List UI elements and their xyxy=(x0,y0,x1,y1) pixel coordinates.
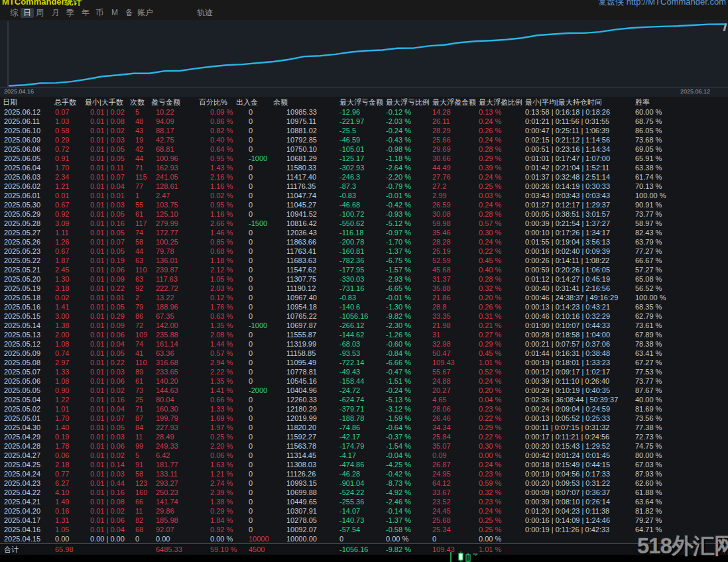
table-row[interactable]: 2025.05.121.080.01 | 0.0474161.141.44 %0… xyxy=(0,339,728,349)
table-row[interactable]: 2025.04.240.770.01 | 0.0358133.111.21 %0… xyxy=(0,469,728,478)
column-header[interactable]: 百分比% xyxy=(199,97,236,107)
site-link[interactable]: 复盘侠 http://MTCommander.com xyxy=(598,0,726,8)
table-row[interactable]: 2025.05.283.090.01 | 0.16117279.992.66 %… xyxy=(0,219,728,228)
cell: 0 xyxy=(236,135,273,144)
cell: 0.01 | 0.22 xyxy=(85,284,130,293)
table-row[interactable]: 2025.05.153.000.01 | 0.298667.350.63 %01… xyxy=(0,311,728,321)
table-row[interactable]: 2025.05.021.010.01 | 0.0471160.301.33 %0… xyxy=(0,404,728,414)
cell: 28.8 xyxy=(432,302,479,311)
cell: -9.82 % xyxy=(386,544,432,555)
cell: 2025.04.21 xyxy=(0,497,54,506)
cell xyxy=(525,544,635,555)
table-row[interactable]: 2025.05.261.260.01 | 0.0758100.250.85 %0… xyxy=(0,237,728,247)
menu-item-10[interactable]: 账户 xyxy=(137,8,153,18)
table-row[interactable]: 2025.04.150.000.00 | 0.0000.000.00 %1000… xyxy=(0,534,728,543)
menu-item-2[interactable]: 日 xyxy=(21,8,34,18)
cell: 0.01 | 0.44 xyxy=(85,478,130,488)
equity-chart[interactable]: 2025.04.16 2025.06.12 xyxy=(0,20,728,97)
column-header[interactable]: 最大浮亏比例 xyxy=(386,97,432,107)
cell: 86 xyxy=(130,311,151,321)
table-row[interactable]: 2025.04.236.270.01 | 0.44123293.272.74 %… xyxy=(0,478,728,488)
column-header[interactable]: 最大浮盈金额 xyxy=(432,97,479,107)
table-row[interactable]: 2025.04.171.310.01 | 0.0682185.981.84 %0… xyxy=(0,516,728,525)
table-row[interactable]: 2025.05.132.000.01 | 0.06109235.882.08 %… xyxy=(0,330,728,339)
column-header[interactable]: 次数 xyxy=(130,97,151,107)
column-header[interactable]: 最小|大手数 xyxy=(85,97,130,107)
table-row[interactable]: 2025.06.060.720.01 | 0.054268.810.64 %01… xyxy=(0,144,728,154)
column-header[interactable]: 最大浮盈比例 xyxy=(479,97,525,107)
menu-item-5[interactable]: 季 xyxy=(66,8,74,18)
table-row[interactable]: 2025.04.290.190.01 | 0.031128.490.25 %01… xyxy=(0,432,728,441)
cell: 0.01 | 0.05 xyxy=(85,228,130,237)
cell: 0:02:36 | 36:08:44 | 50:39:37 xyxy=(525,395,635,404)
table-row[interactable]: 2025.05.201.300.01 | 0.0963117.631.05 %0… xyxy=(0,274,728,284)
table-row[interactable]: 2025.05.071.330.01 | 0.0389233.652.22 %0… xyxy=(0,367,728,376)
table-row[interactable]: 2025.06.050.910.01 | 0.0544100.960.95 %-… xyxy=(0,154,728,163)
table-row[interactable]: 2025.05.271.110.01 | 0.0574172.771.46 %0… xyxy=(0,228,728,237)
column-header[interactable]: 盈亏金额 xyxy=(151,97,199,107)
table-row[interactable]: 2025.05.061.080.01 | 0.0661140.201.35 %0… xyxy=(0,376,728,386)
table-row[interactable]: 2025.06.120.070.01 | 0.02510.220.09 %010… xyxy=(0,107,728,117)
cell: 2.08 % xyxy=(199,330,236,339)
menu-item-4[interactable]: 月 xyxy=(52,8,60,18)
cell: 0.01 | 0.05 xyxy=(85,247,130,256)
table-row[interactable]: 2025.05.041.220.01 | 0.162580.040.66 %01… xyxy=(0,395,728,404)
table-row[interactable]: 2025.04.281.780.01 | 0.0699249.332.20 %0… xyxy=(0,441,728,451)
table-row[interactable]: 2025.05.090.740.01 | 0.054163.360.57 %01… xyxy=(0,349,728,358)
column-header[interactable]: 最小|平均|最大持仓时间 xyxy=(525,97,635,107)
table-row[interactable]: 2025.04.161.050.01 | 0.046892.070.92 %01… xyxy=(0,525,728,534)
table-row[interactable]: 2025.05.290.920.01 | 0.0561125.101.16 %0… xyxy=(0,209,728,219)
cell: 20.27 xyxy=(432,386,479,395)
cell: 81.69 % xyxy=(635,404,728,414)
cell: 0 xyxy=(236,274,273,284)
column-header[interactable]: 余额 xyxy=(273,97,339,107)
cell: 0 xyxy=(236,414,273,423)
cell: 0.01 | 0.05 xyxy=(85,349,130,358)
cell: 11095.49 xyxy=(273,358,339,367)
table-row[interactable]: 2025.05.050.900.01 | 0.0273144.631.41 %-… xyxy=(0,386,728,395)
menu-item-3[interactable]: 周 xyxy=(36,8,44,18)
table-row[interactable]: 2025.05.221.870.01 | 0.1963136.011.18 %0… xyxy=(0,256,728,265)
cell: 11592.27 xyxy=(273,432,339,441)
menu-item-6[interactable]: 年 xyxy=(82,8,90,18)
table-row[interactable]: 2025.05.082.970.01 | 0.22110316.682.94 %… xyxy=(0,358,728,367)
table-row[interactable]: 2025.04.252.180.01 | 0.1491181.771.63 %0… xyxy=(0,460,728,469)
table-row[interactable]: 2025.04.211.490.01 | 0.0866141.741.38 %0… xyxy=(0,497,728,506)
table-row[interactable]: 2025.05.230.670.01 | 0.054479.780.68 %01… xyxy=(0,247,728,256)
table-row[interactable]: 2025.05.193.180.01 | 0.2292222.722.03 %0… xyxy=(0,284,728,293)
table-row[interactable]: 2025.05.141.380.01 | 0.0972142.001.35 %-… xyxy=(0,321,728,330)
menu-item-8[interactable]: M xyxy=(111,8,118,18)
table-row[interactable]: 2025.04.200.160.01 | 0.021129.860.29 %01… xyxy=(0,506,728,516)
table-row[interactable]: 2025.05.180.020.01 | 0.01213.220.12 %010… xyxy=(0,293,728,302)
menu-item-1[interactable]: 综 xyxy=(10,8,18,18)
table-row[interactable]: 2025.05.212.450.01 | 0.06110239.872.12 %… xyxy=(0,265,728,274)
menu-item-9[interactable]: 备 xyxy=(125,8,133,18)
table-row[interactable]: 2025.04.224.100.01 | 0.16160250.232.39 %… xyxy=(0,488,728,497)
table-row[interactable]: 2025.05.161.410.01 | 0.0579188.961.76 %0… xyxy=(0,302,728,311)
cell: 63.41 % xyxy=(635,349,728,358)
column-header[interactable]: 出入金 xyxy=(236,97,273,107)
table-row[interactable]: 2025.06.090.290.01 | 0.031942.750.40 %01… xyxy=(0,135,728,144)
cell: 125.10 xyxy=(151,209,199,219)
column-header[interactable]: 日期 xyxy=(0,97,54,107)
table-row[interactable]: 2025.05.300.670.01 | 0.0355103.750.95 %0… xyxy=(0,200,728,209)
table-row[interactable]: 2025.04.301.400.01 | 0.0584227.931.97 %0… xyxy=(0,423,728,432)
column-header[interactable]: 最大浮亏金额 xyxy=(339,97,386,107)
cell: 0.24 % xyxy=(479,460,525,469)
column-header[interactable]: 总手数 xyxy=(54,97,85,107)
table-row[interactable]: 2025.06.032.340.01 | 0.07115241.052.16 %… xyxy=(0,172,728,182)
table-row[interactable]: 2025.05.011.700.01 | 0.0787199.791.69 %0… xyxy=(0,414,728,423)
cell: 2.66 % xyxy=(199,219,236,228)
menu-item-11[interactable]: 轨迹 xyxy=(197,8,213,18)
column-header[interactable]: 胜率 xyxy=(635,97,728,107)
cell: 0.64 % xyxy=(199,144,236,154)
table-row[interactable]: 2025.06.041.700.01 | 0.1171162.931.43 %0… xyxy=(0,163,728,172)
table-row[interactable]: 2025.06.021.210.01 | 0.0477128.611.16 %0… xyxy=(0,182,728,191)
menu-item-7[interactable]: 币 xyxy=(95,8,103,18)
table-row[interactable]: 2025.06.010.010.01 | 0.0112.470.02 %0110… xyxy=(0,191,728,200)
table-row[interactable]: 2025.06.100.580.01 | 0.024388.170.82 %01… xyxy=(0,126,728,135)
table-row[interactable]: 2025.04.270.060.01 | 0.0256.420.06 %0113… xyxy=(0,451,728,460)
table-total-row: 合计65.986485.3359.10 %4500-1056.16-9.82 %… xyxy=(0,543,728,555)
table-row[interactable]: 2025.06.111.030.01 | 0.084894.090.86 %01… xyxy=(0,117,728,126)
cell: 160 xyxy=(130,488,151,497)
